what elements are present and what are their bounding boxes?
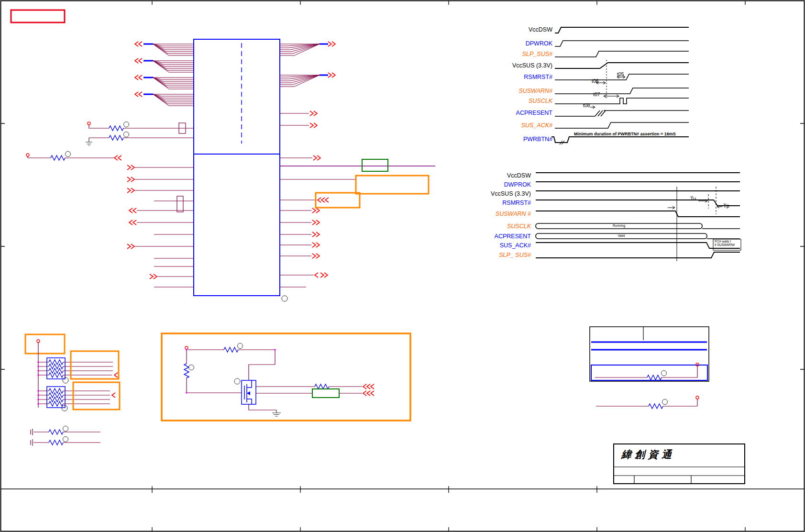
ground-symbol-icon — [272, 410, 281, 416]
resistor-symbols — [184, 347, 329, 389]
pin-circle-icon — [37, 340, 40, 343]
chevron-left-icon — [112, 373, 118, 398]
pch-ic-symbol — [194, 39, 280, 296]
refdes-bubble — [63, 426, 68, 432]
refdes-bubble — [234, 378, 240, 384]
refdes-bubble — [66, 152, 71, 157]
pin-circle-icon — [26, 154, 29, 156]
right-bus-chevron-icons — [328, 42, 335, 78]
refdes-bubble — [662, 371, 667, 376]
ic-lower-right-pins — [280, 155, 435, 301]
refdes-bubble — [124, 132, 129, 137]
highlight-box-orange — [162, 333, 410, 421]
refdes-bubble — [189, 365, 194, 370]
refdes-bubble — [63, 437, 68, 442]
discharge-circuit-group — [162, 333, 410, 421]
highlight-box-orange — [356, 176, 429, 194]
ground-symbol-icon — [86, 138, 92, 145]
signal-label: DWPROK — [433, 181, 531, 188]
left-bus-chevron-icons — [135, 42, 142, 97]
signal-label: SUSWARN# — [454, 88, 552, 94]
resistor-symbols — [51, 126, 123, 160]
signal-label: SUSWARN # — [433, 211, 531, 217]
ic-right-bus-bundles — [280, 42, 335, 128]
signal-label: SUS_ACK# — [433, 242, 531, 249]
resistor-pack-group — [25, 334, 120, 446]
timing-annotation-t05: t05 — [617, 71, 624, 77]
pch-note-line1: PCH waits t — [715, 240, 741, 243]
timing-diagram-2-waveforms — [536, 173, 741, 261]
resistor-symbols — [49, 360, 63, 406]
right-pin-chevron-icons — [310, 111, 317, 128]
timing-diagram-1-waveforms — [551, 27, 689, 144]
chevron-left-icons — [363, 384, 374, 396]
pin-circle-icon — [696, 396, 699, 399]
left-resistor-group — [26, 122, 194, 161]
refdes-bubble — [63, 377, 68, 383]
signal-label: RSMRST# — [454, 74, 552, 80]
signal-label: VccSUS (3.3V) — [433, 190, 531, 197]
timing-annotation-tu: Tu — [690, 196, 696, 201]
signal-label: ACPRESENT — [433, 233, 531, 240]
resistor-symbols — [49, 430, 63, 445]
schematic-sheet: VccDSW DPWROK SLP_SUS# VccSUS (3.3V) RSM… — [0, 0, 805, 532]
signal-label: DPWROK — [454, 40, 552, 47]
signal-label: ACPRESENT — [454, 110, 552, 116]
pin-circle-icon — [185, 346, 188, 349]
signal-label: SUSCLK — [433, 223, 531, 230]
net-bracket — [177, 196, 183, 212]
pin-chevron-icons — [127, 165, 157, 279]
signal-label: VccSUS (3.3V) — [454, 62, 552, 69]
signal-label: VccDSW — [433, 172, 531, 179]
pin-circle-icon — [88, 122, 90, 125]
refdes-bubble — [124, 122, 129, 127]
highlight-box-orange — [25, 334, 65, 354]
signal-label: SUS_ACK# — [454, 122, 552, 129]
pch-note-line2: # SUSWARN# — [715, 243, 741, 246]
signal-label: SLP_ SUS# — [433, 252, 531, 258]
highlight-box-green — [362, 159, 388, 171]
acpresent-state-label: Valid — [597, 234, 645, 237]
timing-annotation-t06: t06 — [592, 78, 599, 84]
signal-label: PWRBTN# — [454, 136, 552, 143]
timing-annotation-t07: t07 — [593, 91, 600, 97]
refdes-bubble — [62, 405, 67, 411]
signal-label: SUSCLK — [454, 98, 552, 104]
susclk-state-label: Running — [595, 224, 643, 227]
pin-chevron-icons — [312, 155, 329, 277]
timing-annotation-t08: t08 — [583, 102, 590, 108]
connector-block-group — [590, 327, 709, 409]
company-name: 緯創資通 — [621, 448, 717, 464]
mosfet-symbol — [242, 380, 256, 404]
signal-label: SLP_SUS# — [454, 51, 552, 57]
pch-waits-note: PCH waits t # SUSWARN# — [714, 240, 741, 247]
signal-label: VccDSW — [454, 26, 552, 33]
refdes-bubble — [662, 399, 668, 405]
revision-box — [11, 10, 65, 22]
pwrbtn-duration-note: Minimum duration of PWRBTN# assertion = … — [574, 132, 694, 136]
ic-lower-left-pins — [127, 165, 194, 287]
refdes-bubble — [282, 296, 287, 301]
timing-annotation-tp: Tp — [723, 203, 729, 209]
chevron-left-icon — [114, 155, 121, 160]
signal-label: RSMRST# — [433, 200, 531, 206]
highlight-box-orange — [71, 351, 119, 379]
refdes-bubble — [238, 344, 243, 349]
highlight-box-green — [312, 389, 339, 398]
ic-left-bus-bundles — [135, 42, 194, 106]
